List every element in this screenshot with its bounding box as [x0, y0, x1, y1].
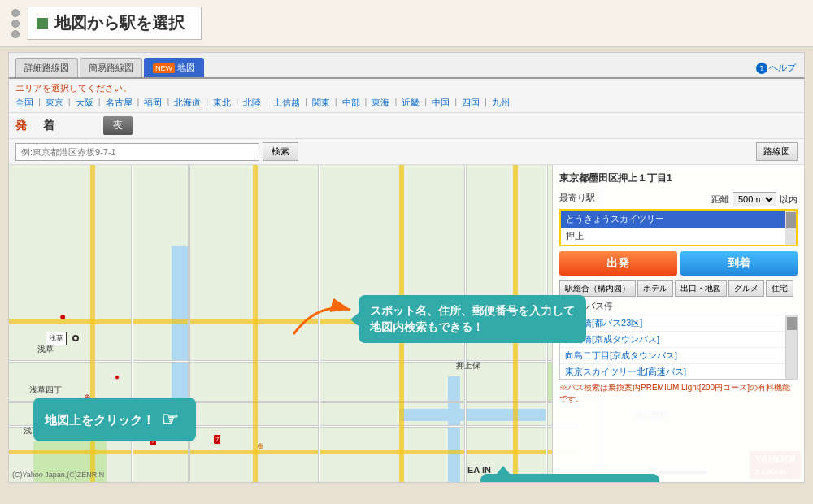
scrollbar-thumb: [786, 212, 796, 228]
title-icon: [37, 18, 48, 29]
page-title: 地図から駅を選択: [54, 12, 185, 34]
label-oshiageho: 押上保: [456, 360, 480, 371]
distance-label: 距離: [711, 193, 729, 206]
panel-address: 東京都墨田区押上１丁目1: [559, 172, 798, 185]
new-badge: NEW: [153, 63, 175, 73]
bus-item-2[interactable]: 言問橋[京成タウンバス]: [560, 332, 797, 348]
tab-simple-route[interactable]: 簡易路線図: [80, 58, 142, 77]
distance-unit: 以内: [780, 193, 798, 206]
search-button[interactable]: 検索: [263, 142, 298, 161]
area-bar: エリアを選択してください。 全国 | 東京 | 大阪 | 名古屋 | 福岡 | …: [9, 79, 804, 113]
dot3: [11, 30, 20, 38]
bus-item-1[interactable]: 言問橋[都バス23区]: [560, 315, 797, 332]
distance-select[interactable]: 500m 1km 2km: [733, 192, 776, 206]
bus-scrollbar-thumb: [787, 317, 797, 330]
nearest-bus-label: 最寄りバス停: [559, 300, 798, 312]
info-btn-hotel[interactable]: ホテル: [637, 280, 673, 297]
bus-list: 言問橋[都バス23区] 言問橋[京成タウンバス] 向島二丁目[京成タウンバス] …: [559, 315, 798, 380]
area-link-tohoku[interactable]: 東北: [213, 97, 231, 109]
water-feature: [172, 246, 188, 409]
map-panel: 東京都墨田区押上１丁目1 最寄り駅 距離 500m 1km 2km 以内 とうき…: [552, 165, 804, 482]
area-link-all[interactable]: 全国: [15, 97, 33, 109]
area-links: 全国 | 東京 | 大阪 | 名古屋 | 福岡 | 北海道 | 東北 | 北陸 …: [15, 97, 798, 109]
dot1: [11, 9, 20, 17]
area-link-hokuriku[interactable]: 北陸: [243, 97, 261, 109]
arr-label: 着: [43, 119, 54, 133]
arrival-button[interactable]: 到着: [680, 251, 798, 276]
route-button[interactable]: 路線図: [756, 142, 798, 161]
search-input[interactable]: [15, 143, 259, 161]
marker-orange1: ⊕: [257, 441, 263, 450]
area-link-osaka[interactable]: 大阪: [76, 97, 93, 109]
dep-label: 発: [15, 119, 27, 133]
tab-bar: 詳細路線図 簡易路線図 NEW地図 ? ヘルプ: [9, 53, 804, 79]
road-v7: [318, 165, 320, 482]
area-link-nagoya[interactable]: 名古屋: [106, 97, 133, 109]
tab-map[interactable]: NEW地図: [144, 58, 204, 77]
marker-red3: ●: [115, 372, 120, 381]
area-link-joshinetsu[interactable]: 上信越: [273, 97, 300, 109]
night-button[interactable]: 夜: [103, 116, 133, 135]
area-link-chubu[interactable]: 中部: [342, 97, 360, 109]
bus-list-scrollbar[interactable]: [785, 315, 797, 379]
info-links: 駅総合（構内図） ホテル 出口・地図 グルメ 住宅: [559, 280, 798, 297]
water-canal2: [448, 376, 460, 482]
area-link-shikoku[interactable]: 四国: [462, 97, 480, 109]
copyright-text: (C)Yahoo Japan,(C)ZENRIN: [12, 471, 104, 479]
tooltip-search-text: スポット名、住所、郵便番号を入力して地図内検索もできる！: [370, 304, 575, 333]
title-bar: 地図から駅を選択: [0, 0, 813, 47]
marker-red1: ●: [59, 310, 66, 323]
tooltip-click: 地図上をクリック！ ☞: [33, 398, 196, 441]
area-link-tokai[interactable]: 東海: [372, 97, 389, 109]
dot2: [11, 20, 20, 28]
info-btn-exit[interactable]: 出口・地図: [675, 280, 727, 297]
station-item-1[interactable]: とうきょうスカイツリー: [561, 211, 796, 228]
help-link[interactable]: ? ヘルプ: [756, 62, 796, 74]
map-area[interactable]: 浅草 日押上 とうきょうスカイツリーQ 浅草 浅草四丁 浅草花やしき 日本橋高 …: [9, 165, 804, 482]
station-icon1: [72, 335, 79, 341]
dep-arr-search-bar: 発 着 夜: [9, 113, 804, 139]
bus-item-3[interactable]: 向島二丁目[京成タウンバス]: [560, 348, 797, 364]
area-link-tokyo[interactable]: 東京: [46, 97, 63, 109]
area-link-kyushu[interactable]: 九州: [492, 97, 510, 109]
action-buttons: 出発 到着: [559, 251, 798, 276]
area-link-hokkaido[interactable]: 北海道: [174, 97, 201, 109]
bus-item-4[interactable]: 東京スカイツリー北[高速バス]: [560, 364, 797, 380]
tooltip-search: スポット名、住所、郵便番号を入力して地図内検索もできる！: [359, 295, 586, 343]
info-btn-housing[interactable]: 住宅: [766, 280, 793, 297]
label-asakusa4: 浅草四丁: [29, 385, 62, 396]
hand-icon: ☞: [161, 406, 179, 433]
help-icon: ?: [756, 63, 767, 74]
station-list-scrollbar[interactable]: [785, 211, 796, 245]
area-prompt: エリアを選択してください。: [15, 82, 798, 94]
road-v2: [253, 165, 258, 482]
water-canal: [399, 409, 546, 421]
convenience-store2: 7: [214, 435, 220, 444]
title-box: 地図から駅を選択: [28, 7, 202, 40]
info-btn-general[interactable]: 駅総合（構内図）: [559, 280, 636, 297]
tab-detail-route[interactable]: 詳細路線図: [15, 58, 78, 77]
main-content: 詳細路線図 簡易路線図 NEW地図 ? ヘルプ エリアを選択してください。 全国…: [8, 52, 805, 483]
search-bar: 検索 路線図: [9, 139, 804, 165]
bubble-arrow-top: [497, 466, 510, 474]
window-controls: [11, 9, 20, 38]
area-link-kanto[interactable]: 関東: [312, 97, 330, 109]
tooltip-candidate: 候補から選んでそのまま検索！: [480, 474, 659, 482]
tooltip-click-text: 地図上をクリック！: [45, 411, 154, 428]
nearest-station-label: 最寄り駅: [559, 192, 595, 204]
info-btn-gourmet[interactable]: グルメ: [728, 280, 764, 297]
area-link-kinki[interactable]: 近畿: [402, 97, 420, 109]
area-link-chugoku[interactable]: 中国: [432, 97, 450, 109]
station-item-2[interactable]: 押上: [561, 228, 796, 245]
area-link-fukuoka[interactable]: 福岡: [144, 97, 162, 109]
departure-button[interactable]: 出発: [559, 251, 677, 276]
label-asakusa: 浅草: [37, 344, 54, 355]
station-list: とうきょうスカイツリー 押上: [559, 209, 798, 246]
bubble-arrow: [350, 313, 359, 326]
premium-notice: ※バス検索は乗換案内PREMIUM Light[200円コース]の有料機能です。: [559, 382, 798, 405]
